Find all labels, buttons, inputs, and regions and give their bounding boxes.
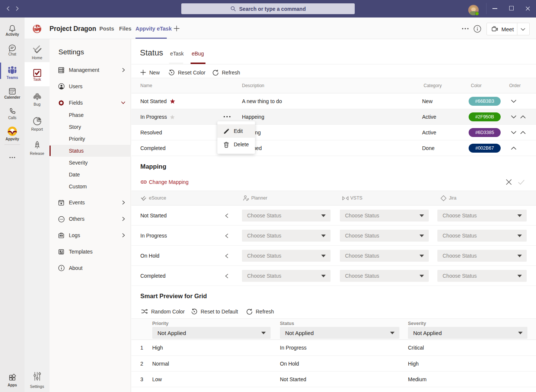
svg-text:LOG: LOG bbox=[60, 235, 63, 237]
